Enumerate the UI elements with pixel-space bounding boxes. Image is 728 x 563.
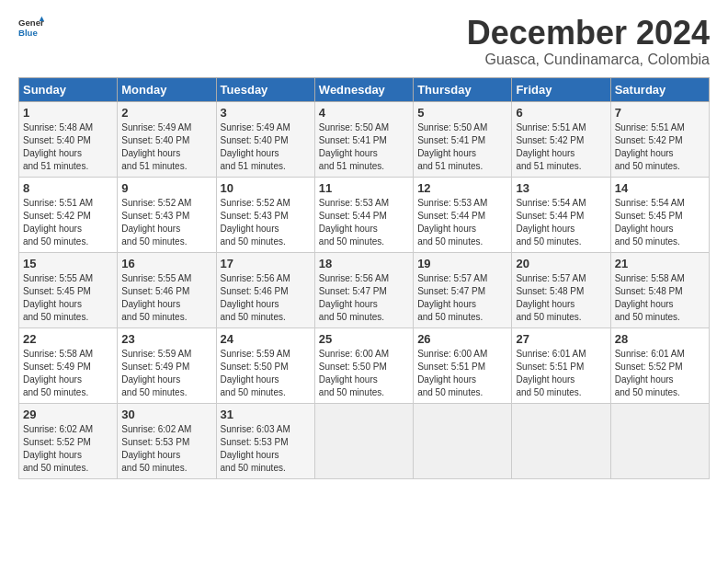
calendar-row: 22Sunrise: 5:58 AMSunset: 5:49 PMDayligh… xyxy=(19,327,710,403)
day-number: 23 xyxy=(121,332,211,346)
day-info: Sunrise: 5:59 AMSunset: 5:50 PMDaylight … xyxy=(221,348,311,399)
table-row: 5Sunrise: 5:50 AMSunset: 5:41 PMDaylight… xyxy=(414,101,512,177)
day-number: 19 xyxy=(417,257,507,270)
day-number: 10 xyxy=(221,181,311,195)
table-row: 23Sunrise: 5:59 AMSunset: 5:49 PMDayligh… xyxy=(118,327,216,403)
logo: General Blue xyxy=(18,15,44,40)
table-row: 20Sunrise: 5:57 AMSunset: 5:48 PMDayligh… xyxy=(512,252,610,327)
day-info: Sunrise: 5:52 AMSunset: 5:43 PMDaylight … xyxy=(221,197,311,248)
location: Guasca, Cundinamarca, Colombia xyxy=(467,52,710,68)
table-row: 22Sunrise: 5:58 AMSunset: 5:49 PMDayligh… xyxy=(19,327,118,403)
day-info: Sunrise: 5:49 AMSunset: 5:40 PMDaylight … xyxy=(121,121,211,173)
day-info: Sunrise: 5:57 AMSunset: 5:47 PMDaylight … xyxy=(417,272,507,324)
table-row: 9Sunrise: 5:52 AMSunset: 5:43 PMDaylight… xyxy=(118,177,216,252)
table-row: 17Sunrise: 5:56 AMSunset: 5:46 PMDayligh… xyxy=(216,252,314,327)
day-number: 6 xyxy=(516,106,606,120)
day-number: 27 xyxy=(516,332,606,346)
day-number: 20 xyxy=(516,257,606,270)
day-info: Sunrise: 5:52 AMSunset: 5:43 PMDaylight … xyxy=(121,197,211,248)
header: General Blue December 2024 Guasca, Cundi… xyxy=(18,15,710,68)
day-info: Sunrise: 6:00 AMSunset: 5:51 PMDaylight … xyxy=(417,348,507,399)
title-block: December 2024 Guasca, Cundinamarca, Colo… xyxy=(467,15,710,68)
col-friday: Friday xyxy=(512,77,610,101)
table-row xyxy=(414,403,512,478)
table-row: 15Sunrise: 5:55 AMSunset: 5:45 PMDayligh… xyxy=(19,252,118,327)
col-sunday: Sunday xyxy=(19,77,118,101)
day-info: Sunrise: 5:50 AMSunset: 5:41 PMDaylight … xyxy=(319,121,409,173)
day-info: Sunrise: 5:55 AMSunset: 5:46 PMDaylight … xyxy=(121,272,211,324)
table-row: 29Sunrise: 6:02 AMSunset: 5:52 PMDayligh… xyxy=(19,403,118,478)
day-info: Sunrise: 5:53 AMSunset: 5:44 PMDaylight … xyxy=(417,197,507,248)
col-wednesday: Wednesday xyxy=(314,77,413,101)
day-number: 7 xyxy=(615,106,705,120)
day-number: 16 xyxy=(121,257,211,270)
svg-text:Blue: Blue xyxy=(18,28,38,38)
table-row xyxy=(314,403,413,478)
table-row: 27Sunrise: 6:01 AMSunset: 5:51 PMDayligh… xyxy=(512,327,610,403)
logo-icon: General Blue xyxy=(18,15,44,40)
day-number: 13 xyxy=(516,181,606,195)
day-number: 15 xyxy=(23,257,113,270)
day-info: Sunrise: 5:55 AMSunset: 5:45 PMDaylight … xyxy=(23,272,113,324)
day-number: 4 xyxy=(319,106,409,120)
day-info: Sunrise: 5:54 AMSunset: 5:44 PMDaylight … xyxy=(516,197,606,248)
table-row: 31Sunrise: 6:03 AMSunset: 5:53 PMDayligh… xyxy=(216,403,314,478)
day-info: Sunrise: 5:59 AMSunset: 5:49 PMDaylight … xyxy=(121,348,211,399)
day-info: Sunrise: 5:49 AMSunset: 5:40 PMDaylight … xyxy=(221,121,311,173)
day-number: 31 xyxy=(221,408,311,421)
table-row: 21Sunrise: 5:58 AMSunset: 5:48 PMDayligh… xyxy=(610,252,709,327)
col-monday: Monday xyxy=(118,77,216,101)
day-info: Sunrise: 5:57 AMSunset: 5:48 PMDaylight … xyxy=(516,272,606,324)
table-row: 13Sunrise: 5:54 AMSunset: 5:44 PMDayligh… xyxy=(512,177,610,252)
day-number: 11 xyxy=(319,181,409,195)
day-info: Sunrise: 5:51 AMSunset: 5:42 PMDaylight … xyxy=(615,121,705,173)
table-row: 28Sunrise: 6:01 AMSunset: 5:52 PMDayligh… xyxy=(610,327,709,403)
day-info: Sunrise: 5:51 AMSunset: 5:42 PMDaylight … xyxy=(23,197,113,248)
col-thursday: Thursday xyxy=(414,77,512,101)
calendar-row: 15Sunrise: 5:55 AMSunset: 5:45 PMDayligh… xyxy=(19,252,710,327)
table-row: 3Sunrise: 5:49 AMSunset: 5:40 PMDaylight… xyxy=(216,101,314,177)
day-info: Sunrise: 5:56 AMSunset: 5:47 PMDaylight … xyxy=(319,272,409,324)
table-row: 2Sunrise: 5:49 AMSunset: 5:40 PMDaylight… xyxy=(118,101,216,177)
day-number: 3 xyxy=(221,106,311,120)
table-row xyxy=(610,403,709,478)
month-title: December 2024 xyxy=(467,15,710,52)
table-row: 1Sunrise: 5:48 AMSunset: 5:40 PMDaylight… xyxy=(19,101,118,177)
day-number: 30 xyxy=(121,408,211,421)
day-number: 25 xyxy=(319,332,409,346)
day-info: Sunrise: 6:03 AMSunset: 5:53 PMDaylight … xyxy=(221,423,311,475)
table-row xyxy=(512,403,610,478)
table-row: 19Sunrise: 5:57 AMSunset: 5:47 PMDayligh… xyxy=(414,252,512,327)
day-info: Sunrise: 5:48 AMSunset: 5:40 PMDaylight … xyxy=(23,121,113,173)
day-number: 5 xyxy=(417,106,507,120)
table-row: 30Sunrise: 6:02 AMSunset: 5:53 PMDayligh… xyxy=(118,403,216,478)
day-number: 9 xyxy=(121,181,211,195)
header-row: Sunday Monday Tuesday Wednesday Thursday… xyxy=(19,77,710,101)
day-number: 29 xyxy=(23,408,113,421)
day-info: Sunrise: 6:02 AMSunset: 5:52 PMDaylight … xyxy=(23,423,113,475)
col-tuesday: Tuesday xyxy=(216,77,314,101)
day-number: 24 xyxy=(221,332,311,346)
day-number: 1 xyxy=(23,106,113,120)
day-info: Sunrise: 5:58 AMSunset: 5:49 PMDaylight … xyxy=(23,348,113,399)
table-row: 6Sunrise: 5:51 AMSunset: 5:42 PMDaylight… xyxy=(512,101,610,177)
day-number: 21 xyxy=(615,257,705,270)
day-info: Sunrise: 6:02 AMSunset: 5:53 PMDaylight … xyxy=(121,423,211,475)
table-row: 12Sunrise: 5:53 AMSunset: 5:44 PMDayligh… xyxy=(414,177,512,252)
table-row: 26Sunrise: 6:00 AMSunset: 5:51 PMDayligh… xyxy=(414,327,512,403)
table-row: 8Sunrise: 5:51 AMSunset: 5:42 PMDaylight… xyxy=(19,177,118,252)
table-row: 25Sunrise: 6:00 AMSunset: 5:50 PMDayligh… xyxy=(314,327,413,403)
day-info: Sunrise: 6:00 AMSunset: 5:50 PMDaylight … xyxy=(319,348,409,399)
table-row: 14Sunrise: 5:54 AMSunset: 5:45 PMDayligh… xyxy=(610,177,709,252)
day-info: Sunrise: 6:01 AMSunset: 5:51 PMDaylight … xyxy=(516,348,606,399)
day-number: 14 xyxy=(615,181,705,195)
day-info: Sunrise: 5:53 AMSunset: 5:44 PMDaylight … xyxy=(319,197,409,248)
table-row: 18Sunrise: 5:56 AMSunset: 5:47 PMDayligh… xyxy=(314,252,413,327)
day-number: 8 xyxy=(23,181,113,195)
day-number: 26 xyxy=(417,332,507,346)
day-number: 2 xyxy=(121,106,211,120)
day-number: 28 xyxy=(615,332,705,346)
day-info: Sunrise: 5:51 AMSunset: 5:42 PMDaylight … xyxy=(516,121,606,173)
table-row: 4Sunrise: 5:50 AMSunset: 5:41 PMDaylight… xyxy=(314,101,413,177)
calendar-page: General Blue December 2024 Guasca, Cundi… xyxy=(0,0,728,563)
